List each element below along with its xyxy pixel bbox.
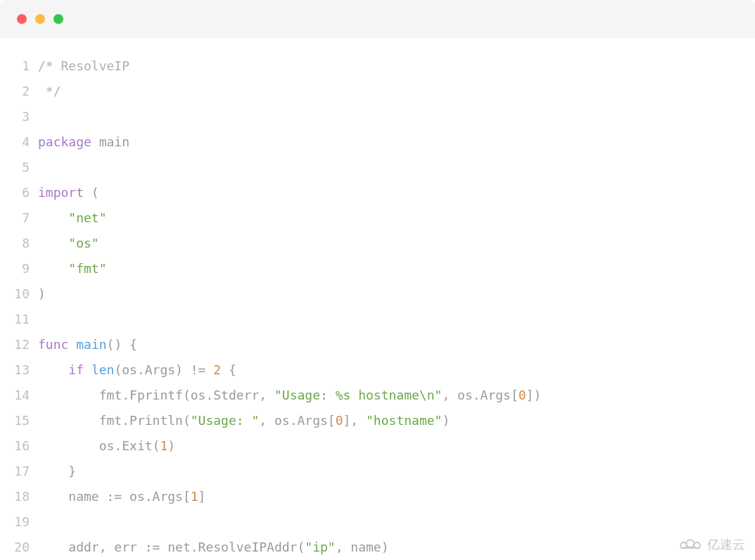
code-line: 19 xyxy=(0,509,755,535)
line-number: 9 xyxy=(0,256,38,281)
code-line: 14 fmt.Fprintf(os.Stderr, "Usage: %s hos… xyxy=(0,383,755,408)
code-line: 2 */ xyxy=(0,79,755,104)
code-line: 8 "os" xyxy=(0,231,755,256)
line-number: 8 xyxy=(0,231,38,256)
close-icon[interactable] xyxy=(17,14,27,24)
code-line: 11 xyxy=(0,307,755,332)
code-content: func main() { xyxy=(38,332,137,357)
line-number: 7 xyxy=(0,205,38,231)
watermark: 亿速云 xyxy=(678,536,745,553)
code-line: 1/* ResolveIP xyxy=(0,53,755,79)
code-window: 1/* ResolveIP2 */34package main56import … xyxy=(0,0,755,560)
code-content: "net" xyxy=(38,205,107,231)
code-line: 13 if len(os.Args) != 2 { xyxy=(0,357,755,383)
code-content: ) xyxy=(38,281,46,307)
line-number: 10 xyxy=(0,281,38,307)
svg-point-1 xyxy=(687,540,694,547)
line-number: 3 xyxy=(0,104,38,129)
code-content: name := os.Args[1] xyxy=(38,484,205,509)
line-number: 2 xyxy=(0,79,38,104)
code-line: 5 xyxy=(0,155,755,180)
line-number: 15 xyxy=(0,408,38,433)
line-number: 20 xyxy=(0,535,38,560)
code-content: /* ResolveIP xyxy=(38,53,129,79)
code-line: 6import ( xyxy=(0,180,755,205)
cloud-icon xyxy=(678,537,703,552)
code-content: if len(os.Args) != 2 { xyxy=(38,357,236,383)
line-number: 12 xyxy=(0,332,38,357)
line-number: 16 xyxy=(0,433,38,459)
code-line: 3 xyxy=(0,104,755,129)
titlebar xyxy=(0,0,755,38)
line-number: 18 xyxy=(0,484,38,509)
code-content: fmt.Println("Usage: ", os.Args[0], "host… xyxy=(38,408,450,433)
code-content: "os" xyxy=(38,231,99,256)
code-line: 17 } xyxy=(0,459,755,484)
watermark-text: 亿速云 xyxy=(707,536,745,553)
code-line: 20 addr, err := net.ResolveIPAddr("ip", … xyxy=(0,535,755,560)
line-number: 17 xyxy=(0,459,38,484)
line-number: 14 xyxy=(0,383,38,408)
code-content: addr, err := net.ResolveIPAddr("ip", nam… xyxy=(38,535,389,560)
zoom-icon[interactable] xyxy=(53,14,63,24)
code-line: 15 fmt.Println("Usage: ", os.Args[0], "h… xyxy=(0,408,755,433)
code-line: 18 name := os.Args[1] xyxy=(0,484,755,509)
line-number: 5 xyxy=(0,155,38,180)
line-number: 11 xyxy=(0,307,38,332)
code-content: import ( xyxy=(38,180,99,205)
code-content: } xyxy=(38,459,76,484)
code-line: 9 "fmt" xyxy=(0,256,755,281)
code-line: 4package main xyxy=(0,129,755,155)
minimize-icon[interactable] xyxy=(35,14,45,24)
line-number: 19 xyxy=(0,509,38,535)
code-content: "fmt" xyxy=(38,256,107,281)
code-line: 7 "net" xyxy=(0,205,755,231)
code-content: os.Exit(1) xyxy=(38,433,175,459)
code-content: */ xyxy=(38,79,61,104)
code-content: fmt.Fprintf(os.Stderr, "Usage: %s hostna… xyxy=(38,383,541,408)
code-line: 12func main() { xyxy=(0,332,755,357)
code-line: 10) xyxy=(0,281,755,307)
line-number: 13 xyxy=(0,357,38,383)
code-line: 16 os.Exit(1) xyxy=(0,433,755,459)
line-number: 1 xyxy=(0,53,38,79)
code-editor: 1/* ResolveIP2 */34package main56import … xyxy=(0,38,755,560)
line-number: 4 xyxy=(0,129,38,155)
code-content: package main xyxy=(38,129,129,155)
line-number: 6 xyxy=(0,180,38,205)
